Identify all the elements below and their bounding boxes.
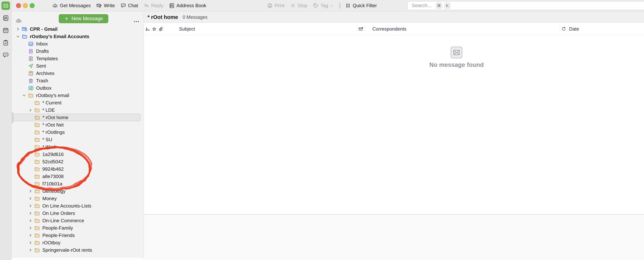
folder-row-current[interactable]: * Current	[12, 99, 144, 106]
expand-chevron-icon[interactable]	[16, 27, 20, 31]
space-tasks-icon[interactable]	[2, 38, 10, 47]
stop-button[interactable]: Stop	[290, 3, 308, 8]
column-separator	[560, 25, 560, 32]
folder-row-1a29d616[interactable]: 1a29d616	[12, 150, 144, 158]
chat-button[interactable]: Chat	[120, 3, 138, 8]
space-mail-icon[interactable]	[2, 2, 10, 10]
folder-label: rOotboy's email	[36, 92, 69, 98]
folder-icon	[34, 181, 40, 187]
folder-row-a8e73008[interactable]: a8e73008	[12, 173, 144, 180]
expand-chevron-icon[interactable]	[28, 233, 32, 238]
folder-row-sent[interactable]: Sent	[12, 62, 144, 70]
starred-column-icon[interactable]	[152, 26, 157, 32]
empty-state-text: No message found	[420, 61, 493, 68]
folder-row-rootboy[interactable]: rOOtboy	[12, 239, 144, 246]
folder-label: f710b01a	[42, 181, 62, 187]
quick-filter-icon	[345, 3, 351, 8]
folder-row-on-line-commerce[interactable]: On-Line Commerce	[12, 217, 144, 224]
subject-column-header[interactable]: Subject	[179, 26, 195, 32]
expand-chevron-icon[interactable]	[28, 211, 32, 216]
expand-chevron-icon[interactable]	[28, 189, 32, 193]
folder-row-inbox[interactable]: Inbox	[12, 40, 144, 48]
folder-label: Templates	[36, 56, 58, 62]
new-message-button[interactable]: New Message	[59, 14, 108, 23]
print-icon	[267, 3, 273, 8]
column-separator	[568, 25, 568, 32]
folder-row-drafts[interactable]: Drafts	[12, 48, 144, 55]
folder-row-trash[interactable]: Trash	[12, 77, 144, 84]
folder-row-su[interactable]: * SU	[12, 136, 144, 143]
space-calendar-icon[interactable]	[2, 26, 10, 34]
folder-row-people-family[interactable]: People-Family	[12, 224, 144, 232]
folder-row-cpr-gmail[interactable]: CPR - Gmail	[12, 26, 144, 33]
folder-row-rootboy-s-email-accounts[interactable]: rOotboy's Email Accounts	[12, 33, 144, 40]
address-book-button[interactable]: Address Book	[169, 3, 206, 8]
date-sort-column-icon[interactable]	[561, 26, 566, 32]
close-window-button[interactable]	[16, 3, 21, 8]
empty-state: No message found	[420, 46, 493, 68]
expand-chevron-icon[interactable]	[28, 196, 32, 201]
expand-chevron-icon[interactable]	[28, 226, 32, 230]
expand-chevron-icon[interactable]	[16, 34, 20, 39]
folder-row-9924b462[interactable]: 9924b462	[12, 165, 144, 173]
folder-row-money[interactable]: Money	[12, 195, 144, 202]
expand-chevron-icon[interactable]	[28, 248, 32, 252]
folder-row-f710b01a[interactable]: f710b01a	[12, 180, 144, 188]
search-input[interactable]	[412, 3, 433, 8]
folder-row-people-friends[interactable]: People-Friends	[12, 232, 144, 239]
attachment-column-icon[interactable]	[158, 26, 163, 32]
folder-label: * rOotlings	[42, 130, 65, 135]
folder-row-work[interactable]: * Work	[12, 143, 144, 150]
correspondents-column-header[interactable]: Correspondents	[372, 26, 406, 32]
zoom-window-button[interactable]	[30, 3, 34, 8]
k-key-badge: K	[444, 2, 450, 9]
folder-row-templates[interactable]: Templates	[12, 55, 144, 62]
folder-row-root-home[interactable]: * rOot home	[13, 114, 141, 121]
get-messages-button[interactable]: Get Messages	[52, 3, 91, 8]
more-options-icon	[133, 18, 140, 25]
quick-filter-button[interactable]: Quick Filter	[345, 3, 377, 8]
expand-chevron-icon[interactable]	[28, 240, 32, 245]
folder-icon	[34, 130, 40, 135]
account-mail-icon	[22, 26, 28, 32]
folder-pane: New Message CPR - Gmail rOotboy's Email …	[12, 12, 144, 260]
folder-row-on-line-orders[interactable]: On Line Orders	[12, 210, 144, 217]
folder-row-lde[interactable]: * LDE	[12, 106, 144, 114]
folder-label: * SU	[42, 137, 52, 142]
folder-row-springervale-root-rents[interactable]: Springervale-rOot rents	[12, 246, 144, 254]
address-book-icon	[169, 3, 174, 8]
main-toolbar: Get Messages Write Chat Reply Address Bo…	[12, 0, 644, 12]
minimize-window-button[interactable]	[23, 3, 28, 8]
column-separator	[157, 25, 157, 32]
expand-chevron-icon[interactable]	[28, 218, 32, 223]
reply-icon	[144, 3, 149, 8]
folder-row-geneology[interactable]: Geneology	[12, 188, 144, 195]
folder-icon	[34, 144, 40, 150]
print-button[interactable]: Print	[267, 3, 284, 8]
folder-tree: CPR - Gmail rOotboy's Email Accounts Inb…	[12, 26, 144, 254]
reply-button[interactable]: Reply	[144, 3, 163, 8]
folder-row-rootlings[interactable]: * rOotlings	[12, 128, 144, 136]
global-search-box[interactable]: ⌘ K	[408, 1, 644, 10]
folder-row-outbox[interactable]: Outbox	[12, 84, 144, 92]
expand-chevron-icon[interactable]	[28, 204, 32, 208]
expand-chevron-icon[interactable]	[22, 93, 26, 98]
folder-pane-bottom-strip	[12, 258, 144, 260]
folder-row-archives[interactable]: Archives	[12, 70, 144, 77]
expand-chevron-icon[interactable]	[28, 108, 32, 112]
space-chat-icon[interactable]	[2, 51, 10, 59]
folder-pane-options-button[interactable]	[133, 18, 140, 25]
thread-column-icon[interactable]	[145, 26, 150, 32]
get-messages-cloud-icon[interactable]	[16, 17, 22, 24]
tag-button[interactable]: Tag	[313, 3, 334, 8]
space-address-book-icon[interactable]	[2, 14, 10, 22]
folder-row-52cd5042[interactable]: 52cd5042	[12, 158, 144, 165]
folder-row-root-net[interactable]: * rOot Net	[12, 121, 144, 128]
folder-row-rootboy-s-email[interactable]: rOotboy's email	[12, 92, 144, 99]
message-list-header: * rOot home 0 Messages	[144, 12, 644, 23]
date-column-header[interactable]: Date	[569, 26, 579, 32]
folder-label: * rOot home	[42, 115, 68, 120]
folder-row-on-line-accounts-lists[interactable]: On Line Accounts-Lists	[12, 202, 144, 210]
unread-column-icon[interactable]	[358, 26, 363, 32]
write-button[interactable]: Write	[96, 3, 115, 8]
